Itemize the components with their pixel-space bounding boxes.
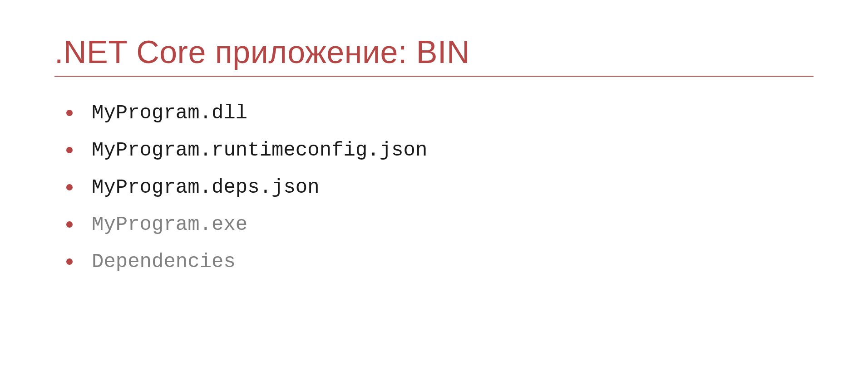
bullet-icon bbox=[66, 221, 73, 228]
list-item-text: MyProgram.runtimeconfig.json bbox=[92, 139, 427, 161]
list-item: Dependencies bbox=[66, 250, 814, 273]
bullet-icon bbox=[66, 184, 73, 190]
list-item-text: MyProgram.dll bbox=[92, 102, 247, 124]
list-item-text: Dependencies bbox=[92, 250, 236, 273]
list-item: MyProgram.dll bbox=[66, 102, 814, 124]
list-item-text: MyProgram.exe bbox=[92, 213, 247, 236]
slide-title: .NET Core приложение: BIN bbox=[54, 34, 814, 77]
bullet-icon bbox=[66, 258, 73, 265]
bullet-icon bbox=[66, 147, 73, 153]
list-item: MyProgram.runtimeconfig.json bbox=[66, 139, 814, 161]
list-item: MyProgram.exe bbox=[66, 213, 814, 236]
bullet-list: MyProgram.dll MyProgram.runtimeconfig.js… bbox=[54, 102, 814, 273]
list-item: MyProgram.deps.json bbox=[66, 176, 814, 199]
bullet-icon bbox=[66, 110, 73, 116]
list-item-text: MyProgram.deps.json bbox=[92, 176, 320, 199]
